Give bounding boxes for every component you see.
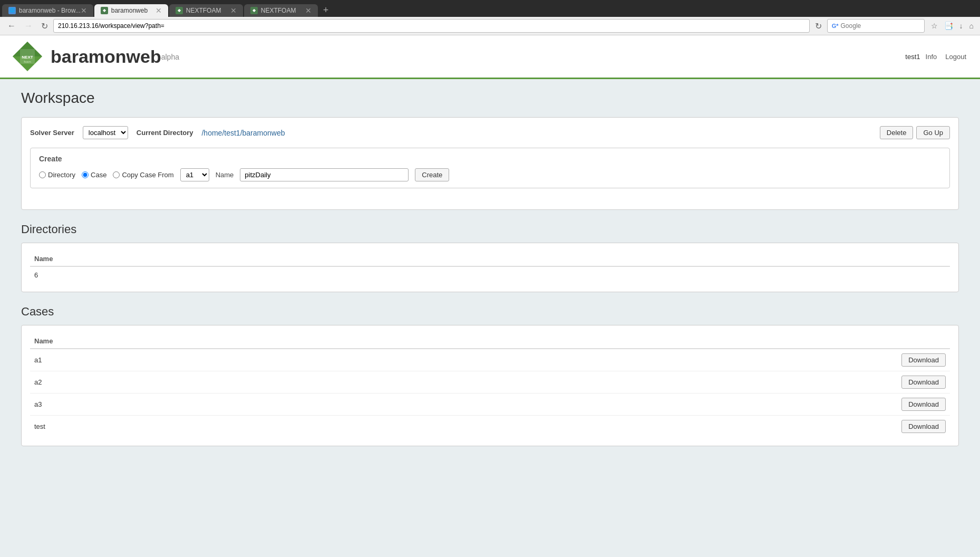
case-name-cell: a3 <box>30 393 343 416</box>
svg-text:foam: foam <box>24 60 31 63</box>
site-logo: NEXT foam baramonwebalpha <box>11 40 179 73</box>
cases-col-name: Name <box>30 334 343 349</box>
directories-box: Name 6 <box>21 243 959 292</box>
table-row: 6 <box>30 266 950 283</box>
current-dir-link[interactable]: /home/test1/baramonweb <box>201 129 285 137</box>
create-section: Create Directory Case Copy Case From <box>30 148 950 188</box>
case-name-cell: a1 <box>30 349 343 371</box>
create-copy-option[interactable]: Copy Case From <box>113 171 173 179</box>
name-input[interactable] <box>240 168 409 181</box>
reload-button[interactable]: ↻ <box>38 20 51 32</box>
nav-info-link[interactable]: Info <box>923 52 940 62</box>
browser-tab-2[interactable]: ◆ baramonweb ✕ <box>94 4 168 17</box>
copy-from-select[interactable]: a1 a2 a3 test <box>180 168 209 181</box>
tab-close-4[interactable]: ✕ <box>305 6 312 15</box>
tab-favicon-1: 🌐 <box>8 7 16 14</box>
header-nav: test1 Info Logout <box>905 52 969 62</box>
cases-box: Name a1 Download a2 Download a3 Download… <box>21 325 959 446</box>
dir-name-cell: 6 <box>30 266 950 283</box>
case-name-cell: a2 <box>30 371 343 393</box>
case-actions-cell: Download <box>343 393 950 416</box>
create-case-option[interactable]: Case <box>82 171 106 179</box>
browser-tab-3[interactable]: ◆ NEXTFOAM ✕ <box>169 4 243 17</box>
nav-logout-link[interactable]: Logout <box>942 52 969 62</box>
main-content: Workspace Solver Server localhost Curren… <box>0 79 980 469</box>
create-copy-radio[interactable] <box>113 171 120 178</box>
search-input[interactable] <box>841 22 920 30</box>
page-title: Workspace <box>21 90 959 107</box>
forward-button[interactable]: → <box>21 20 36 32</box>
bookmark-manager-button[interactable]: 📑 <box>942 21 955 31</box>
svg-text:NEXT: NEXT <box>22 55 33 60</box>
go-up-button[interactable]: Go Up <box>916 126 950 139</box>
url-bar[interactable] <box>53 19 810 33</box>
cases-table: Name a1 Download a2 Download a3 Download… <box>30 334 950 437</box>
download-button[interactable]: Download <box>901 398 946 411</box>
current-dir-label: Current Directory <box>137 129 193 137</box>
directories-col-name: Name <box>30 252 950 266</box>
download-button[interactable]: Download <box>901 353 946 367</box>
tab-favicon-3: ◆ <box>176 7 183 14</box>
back-button[interactable]: ← <box>4 20 19 32</box>
case-actions-cell: Download <box>343 349 950 371</box>
table-row: a3 Download <box>30 393 950 416</box>
create-section-title: Create <box>39 155 941 163</box>
tab-label-2: baramonweb <box>111 7 148 14</box>
new-tab-button[interactable]: + <box>319 4 333 17</box>
browser-tab-4[interactable]: ◆ NEXTFOAM ✕ <box>244 4 318 17</box>
tab-close-3[interactable]: ✕ <box>230 6 237 15</box>
directories-table: Name 6 <box>30 252 950 283</box>
tab-close-1[interactable]: ✕ <box>81 6 87 15</box>
tab-label-4: NEXTFOAM <box>261 7 296 14</box>
table-row: a1 Download <box>30 349 950 371</box>
directories-section: Directories Name 6 <box>21 223 959 292</box>
tab-label-1: baramonweb - Brow... <box>19 7 81 14</box>
site-header: NEXT foam baramonwebalpha test1 Info Log… <box>0 35 980 79</box>
create-case-radio[interactable] <box>82 171 89 178</box>
directories-title: Directories <box>21 223 959 236</box>
refresh-button[interactable]: ↻ <box>812 20 825 32</box>
solver-server-select[interactable]: localhost <box>83 126 128 139</box>
table-row: test Download <box>30 416 950 438</box>
search-engine-icon: G* <box>832 23 839 29</box>
workspace-panel: Solver Server localhost Current Director… <box>21 117 959 210</box>
case-name-cell: test <box>30 416 343 438</box>
home-button[interactable]: ⌂ <box>967 21 976 31</box>
case-actions-cell: Download <box>343 371 950 393</box>
solver-server-label: Solver Server <box>30 129 74 137</box>
create-directory-radio[interactable] <box>39 171 46 178</box>
table-row: a2 Download <box>30 371 950 393</box>
tab-favicon-4: ◆ <box>250 7 258 14</box>
browser-tab-1[interactable]: 🌐 baramonweb - Brow... ✕ <box>2 4 93 17</box>
delete-button[interactable]: Delete <box>880 126 914 139</box>
case-actions-cell: Download <box>343 416 950 438</box>
create-directory-option[interactable]: Directory <box>39 171 75 179</box>
nav-user: test1 <box>905 53 920 61</box>
tab-label-3: NEXTFOAM <box>186 7 221 14</box>
tab-close-2[interactable]: ✕ <box>156 6 162 15</box>
download-button[interactable]: ↓ <box>957 21 965 31</box>
bookmark-star-button[interactable]: ☆ <box>929 21 940 31</box>
download-button[interactable]: Download <box>901 376 946 389</box>
name-label: Name <box>216 171 234 179</box>
url-input[interactable] <box>58 22 805 30</box>
cases-title: Cases <box>21 305 959 319</box>
search-bar[interactable]: G* <box>827 19 925 33</box>
create-button[interactable]: Create <box>415 168 449 181</box>
site-title: baramonwebalpha <box>51 46 179 67</box>
download-button[interactable]: Download <box>901 420 946 433</box>
solver-server-dropdown[interactable]: localhost <box>83 126 128 139</box>
cases-section: Cases Name a1 Download a2 Download <box>21 305 959 446</box>
logo-icon: NEXT foam <box>11 40 44 73</box>
tab-favicon-2: ◆ <box>101 7 108 14</box>
